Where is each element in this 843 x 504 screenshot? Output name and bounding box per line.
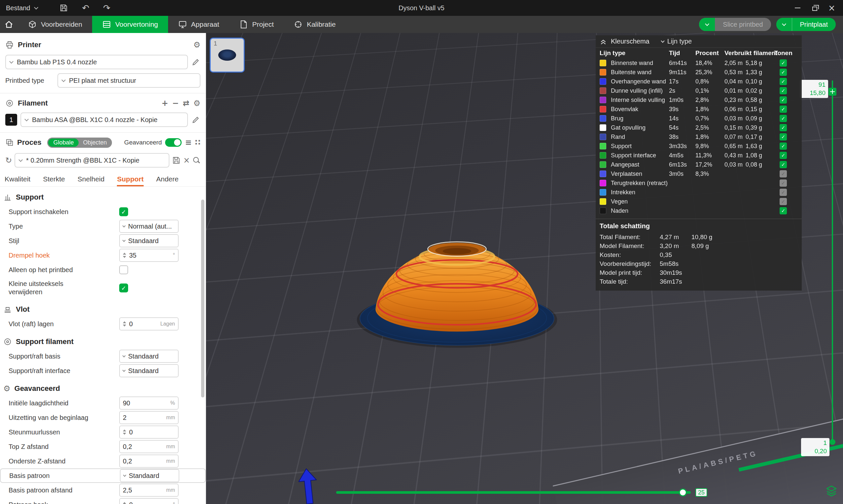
tab-prepare[interactable]: Voorbereiden xyxy=(18,16,92,33)
slice-dropdown-icon[interactable] xyxy=(699,18,715,31)
line-type-visibility-checkbox[interactable] xyxy=(779,198,787,205)
redo-icon[interactable] xyxy=(103,4,110,12)
slice-plate-button[interactable]: Slice printbed xyxy=(699,18,771,31)
line-type-color-swatch xyxy=(600,87,606,94)
layer-slider-upper-handle[interactable] xyxy=(828,88,837,96)
advanced-param-control[interactable]: 0,2 mm xyxy=(119,440,179,453)
line-type-weight: 0,17 g xyxy=(745,133,769,141)
line-type-visibility-checkbox[interactable] xyxy=(779,179,787,187)
line-type-visibility-checkbox[interactable] xyxy=(779,115,787,122)
file-menu[interactable]: Bestand xyxy=(0,0,46,16)
minimize-button[interactable] xyxy=(789,0,806,16)
tab-project[interactable]: Project xyxy=(229,16,283,33)
line-type-visibility-checkbox[interactable] xyxy=(779,87,787,94)
parameter-list-icon[interactable] xyxy=(185,139,191,146)
line-type-visibility-checkbox[interactable] xyxy=(779,170,787,178)
edit-filament-preset-icon[interactable] xyxy=(191,115,201,124)
support-enable-checkbox[interactable] xyxy=(119,208,128,216)
parameter-tab[interactable]: Andere xyxy=(156,172,179,186)
advanced-toggle[interactable] xyxy=(165,138,182,147)
layer-slider-lower-handle[interactable] xyxy=(829,439,836,445)
layer-slider-track[interactable] xyxy=(832,80,833,442)
chevron-down-icon xyxy=(122,224,126,227)
line-type-visibility-checkbox[interactable] xyxy=(779,69,787,76)
parameter-tab[interactable]: Sterkte xyxy=(43,172,65,186)
preview-3d-viewport[interactable]: PLA/ABS/PETG xyxy=(206,33,843,504)
line-type-visibility-checkbox[interactable] xyxy=(779,133,787,141)
line-type-visibility-checkbox[interactable] xyxy=(779,96,787,104)
spinner-icon[interactable] xyxy=(123,502,126,504)
delete-preset-icon[interactable] xyxy=(183,156,190,164)
process-preset-select[interactable]: * 0.20mm Strength @BBL X1C - Kopie xyxy=(15,153,169,167)
line-type-visibility-checkbox[interactable] xyxy=(779,161,787,168)
line-type-visibility-checkbox[interactable] xyxy=(779,207,787,214)
line-type-visibility-checkbox[interactable] xyxy=(779,143,787,150)
scope-global[interactable]: Globale xyxy=(48,139,79,147)
threshold-angle-input[interactable]: 35 ° xyxy=(119,249,179,262)
collapse-panel-icon[interactable] xyxy=(600,38,607,45)
filament-slot-badge[interactable]: 1 xyxy=(5,114,17,126)
print-dropdown-icon[interactable] xyxy=(776,18,792,31)
line-type-row: Bovenvlak 39s 1,8% 0,06 m 0,15 g xyxy=(596,105,802,114)
parameter-tab[interactable]: Kwaliteit xyxy=(5,172,30,186)
line-type-visibility-checkbox[interactable] xyxy=(779,152,787,159)
support-type-select[interactable]: Normaal (aut... xyxy=(119,220,179,233)
scope-objects[interactable]: Objecten xyxy=(79,139,111,146)
support-raft-interface-select[interactable]: Standaard xyxy=(119,364,179,377)
line-type-visibility-checkbox[interactable] xyxy=(779,59,787,67)
undo-icon[interactable] xyxy=(82,4,89,12)
printer-preset-select[interactable]: Bambu Lab P1S 0.4 nozzle xyxy=(5,55,188,69)
advanced-param-control[interactable]: 0 ° xyxy=(119,498,179,504)
legend-view-mode-select[interactable]: Lijn type xyxy=(661,38,692,45)
advanced-param-control[interactable]: 90 % xyxy=(119,396,179,410)
advanced-param-control[interactable]: Standaard xyxy=(120,469,179,482)
sync-presets-icon[interactable] xyxy=(5,156,12,164)
step-slider-handle[interactable] xyxy=(679,488,687,497)
layer-slider[interactable] xyxy=(832,80,833,442)
remove-small-overhangs-checkbox[interactable] xyxy=(119,284,128,292)
advanced-param-control[interactable]: 0,2 mm xyxy=(119,454,179,468)
process-scope-switch[interactable]: Globale Objecten xyxy=(47,138,112,148)
tab-device[interactable]: Apparaat xyxy=(168,16,229,33)
spinner-icon[interactable] xyxy=(123,253,126,258)
edit-printer-preset-icon[interactable] xyxy=(191,57,201,67)
sliced-model[interactable] xyxy=(348,216,566,349)
advanced-param-control[interactable]: 2,5 mm xyxy=(119,484,179,497)
save-project-icon[interactable] xyxy=(59,4,68,12)
flush-volumes-icon[interactable] xyxy=(183,99,189,107)
print-plate-button[interactable]: Printplaat xyxy=(776,18,836,31)
line-type-visibility-checkbox[interactable] xyxy=(779,189,787,196)
tab-preview[interactable]: Voorvertoning xyxy=(92,16,168,33)
add-filament-icon[interactable] xyxy=(161,99,168,107)
filament-preset-select[interactable]: Bambu ASA @BBL X1C 0.4 nozzle - Kopie xyxy=(20,112,188,127)
spinner-icon[interactable] xyxy=(123,321,126,326)
remove-filament-icon[interactable] xyxy=(172,99,179,107)
support-style-select[interactable]: Standaard xyxy=(119,234,179,247)
parameter-tab[interactable]: Support xyxy=(117,172,143,186)
support-raft-base-select[interactable]: Standaard xyxy=(119,349,179,363)
close-button[interactable] xyxy=(823,0,840,16)
home-button[interactable] xyxy=(0,16,18,33)
spinner-icon[interactable] xyxy=(123,430,126,435)
layers-icon[interactable] xyxy=(826,485,837,497)
line-type-visibility-checkbox[interactable] xyxy=(779,78,787,85)
bed-type-select[interactable]: PEI plaat met structuur xyxy=(57,73,201,88)
restore-button[interactable] xyxy=(806,0,823,16)
search-settings-icon[interactable] xyxy=(192,156,201,164)
filament-settings-gear-icon[interactable] xyxy=(193,99,201,107)
line-type-visibility-checkbox[interactable] xyxy=(779,106,787,113)
advanced-param-control[interactable]: 2 mm xyxy=(119,411,179,424)
raft-layers-input[interactable]: 0 Lagen xyxy=(119,317,179,330)
save-preset-icon[interactable] xyxy=(172,156,180,165)
printer-settings-gear-icon[interactable] xyxy=(193,41,201,49)
plate-thumbnail[interactable]: 1 xyxy=(210,38,245,73)
step-slider[interactable]: 25 xyxy=(336,488,719,497)
buildplate-only-checkbox[interactable] xyxy=(119,266,128,274)
parameter-tab[interactable]: Snelheid xyxy=(78,172,105,186)
advanced-param-control[interactable]: 0 xyxy=(119,426,179,439)
step-slider-track[interactable] xyxy=(336,491,691,494)
tab-calibration[interactable]: Kalibratie xyxy=(283,16,346,33)
parameter-grid-icon[interactable] xyxy=(195,139,201,146)
sidebar-scrollbar[interactable] xyxy=(201,200,204,397)
line-type-visibility-checkbox[interactable] xyxy=(779,124,787,131)
